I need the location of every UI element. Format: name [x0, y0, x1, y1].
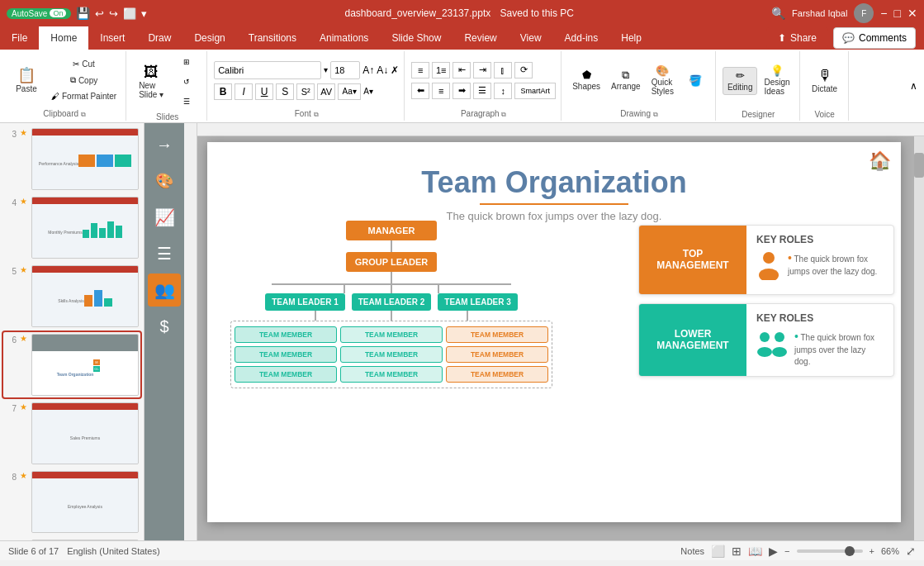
align-center-button[interactable]: ≡: [432, 83, 450, 99]
manager-box[interactable]: MANAGER: [346, 221, 437, 240]
zoom-thumb[interactable]: [845, 546, 855, 556]
strikethrough-button[interactable]: S: [276, 83, 294, 100]
slide-thumb-3[interactable]: 3 ★ Performance Analysis: [3, 126, 140, 192]
member-1-2[interactable]: TEAM MEMBER: [340, 326, 443, 343]
present-icon[interactable]: ⬜: [123, 7, 136, 20]
cut-button[interactable]: ✂ Cut: [47, 57, 121, 71]
font-family-input[interactable]: [214, 61, 321, 79]
member-2-3[interactable]: TEAM MEMBER: [446, 346, 548, 363]
minimize-btn[interactable]: −: [880, 7, 887, 20]
tool-dollar[interactable]: $: [148, 310, 181, 343]
scroll-bar-right[interactable]: [914, 136, 924, 540]
member-2-2[interactable]: TEAM MEMBER: [340, 346, 443, 363]
zoom-out-icon[interactable]: −: [784, 546, 789, 556]
search-icon[interactable]: 🔍: [771, 7, 785, 20]
team-leader-2-box[interactable]: TEAM LEADER 2: [352, 293, 432, 311]
increase-indent-button[interactable]: ⇥: [473, 62, 491, 78]
autosave-state[interactable]: On: [50, 9, 66, 17]
font-size-up-icon[interactable]: A↑: [362, 64, 374, 76]
zoom-slider[interactable]: [797, 549, 863, 553]
tab-home[interactable]: Home: [39, 26, 88, 50]
tab-view[interactable]: View: [509, 26, 553, 50]
tab-review[interactable]: Review: [453, 26, 508, 50]
slide-thumb-5[interactable]: 5 ★ Skills Analysis: [3, 264, 140, 329]
comments-button[interactable]: 💬 Comments: [833, 27, 916, 49]
font-dropdown-icon[interactable]: ▾: [324, 65, 328, 74]
fit-slide-icon[interactable]: ⤢: [906, 545, 916, 558]
view-normal-icon[interactable]: ⬜: [711, 545, 725, 558]
member-3-3[interactable]: TEAM MEMBER: [446, 366, 548, 383]
member-1-1[interactable]: TEAM MEMBER: [235, 326, 337, 343]
decrease-indent-button[interactable]: ⇤: [453, 62, 471, 78]
ribbon-collapse[interactable]: ∧: [910, 51, 921, 121]
group-leader-box[interactable]: GROUP LEADER: [346, 252, 437, 272]
arrange-button[interactable]: ⧉ Arrange: [607, 67, 645, 93]
italic-button[interactable]: I: [235, 83, 253, 100]
maximize-btn[interactable]: □: [894, 7, 901, 20]
tool-arrow[interactable]: →: [148, 128, 181, 161]
share-button[interactable]: ⬆ Share: [766, 27, 828, 49]
tab-file[interactable]: File: [0, 26, 39, 50]
member-2-1[interactable]: TEAM MEMBER: [235, 346, 337, 363]
slide-thumb-4[interactable]: 4 ★ Monthly Premiums: [3, 195, 140, 260]
autosave-toggle[interactable]: AutoSave On: [7, 8, 71, 19]
bold-button[interactable]: B: [214, 83, 232, 100]
member-3-2[interactable]: TEAM MEMBER: [340, 366, 443, 383]
clear-format-icon[interactable]: ✗: [391, 64, 399, 76]
slide-thumb-7[interactable]: 7 ★ Sales Premiums: [3, 401, 140, 466]
scroll-thumb-right[interactable]: [914, 153, 924, 178]
align-right-button[interactable]: ➡: [453, 83, 471, 99]
copy-button[interactable]: ⧉ Copy: [47, 73, 121, 88]
justify-button[interactable]: ☰: [473, 83, 491, 99]
tab-addins[interactable]: Add-ins: [553, 26, 610, 50]
tab-insert[interactable]: Insert: [88, 26, 136, 50]
smart-art-button[interactable]: SmartArt: [514, 83, 556, 99]
undo-icon[interactable]: ↩: [95, 7, 104, 20]
slide-thumb-6[interactable]: 6 ★ Team Organization M GL: [3, 332, 140, 397]
format-painter-button[interactable]: 🖌 Format Painter: [47, 89, 121, 103]
member-1-3[interactable]: TEAM MEMBER: [446, 326, 548, 343]
zoom-in-icon[interactable]: +: [870, 546, 874, 556]
case-button[interactable]: Aa▾: [338, 83, 361, 100]
underline-button[interactable]: U: [255, 83, 273, 100]
tool-people[interactable]: 👥: [148, 273, 181, 307]
shadow-button[interactable]: S²: [296, 83, 315, 100]
team-leader-3-box[interactable]: TEAM LEADER 3: [438, 293, 518, 311]
tab-design[interactable]: Design: [182, 26, 236, 50]
font-color-btn[interactable]: A▾: [363, 87, 373, 96]
tool-list[interactable]: ☰: [148, 237, 181, 270]
home-icon[interactable]: 🏠: [869, 150, 891, 172]
team-leader-1-box[interactable]: TEAM LEADER 1: [265, 293, 345, 311]
save-icon[interactable]: 💾: [76, 7, 90, 20]
slide-thumb-8[interactable]: 8 ★ Employee Analysis: [3, 469, 140, 535]
columns-button[interactable]: ⫿: [494, 62, 512, 78]
font-size-down-icon[interactable]: A↓: [377, 64, 388, 76]
bullets-button[interactable]: ≡: [411, 62, 429, 78]
view-slide-sorter-icon[interactable]: ⊞: [732, 545, 742, 558]
design-ideas-button[interactable]: 💡 DesignIdeas: [760, 63, 794, 98]
line-spacing-button[interactable]: ↕: [494, 83, 512, 99]
slide-thumb-9[interactable]: 9: [3, 538, 140, 540]
layout-button[interactable]: ⊞: [172, 53, 201, 71]
notes-button[interactable]: Notes: [680, 546, 704, 556]
char-spacing-button[interactable]: AV: [317, 83, 335, 100]
view-reading-icon[interactable]: 📖: [748, 545, 762, 558]
view-slideshow-icon[interactable]: ▶: [769, 545, 778, 558]
font-size-input[interactable]: [330, 61, 360, 79]
text-direction-button[interactable]: ⟳: [514, 62, 533, 78]
quick-styles-button[interactable]: 🎨 QuickStyles: [647, 63, 678, 98]
new-slide-button[interactable]: 🖼 NewSlide ▾: [133, 61, 169, 102]
shapes-button[interactable]: ⬟ Shapes: [568, 67, 604, 93]
zoom-level[interactable]: 66%: [881, 546, 899, 556]
editing-button[interactable]: ✏ Editing: [723, 67, 758, 95]
dictate-button[interactable]: 🎙 Dictate: [807, 64, 843, 97]
tool-chart[interactable]: 📈: [148, 201, 181, 234]
tab-draw[interactable]: Draw: [136, 26, 182, 50]
close-btn[interactable]: ✕: [907, 7, 917, 20]
ribbon-collapse-icon[interactable]: ∧: [910, 80, 917, 92]
tab-animations[interactable]: Animations: [308, 26, 380, 50]
member-3-1[interactable]: TEAM MEMBER: [235, 366, 337, 383]
tab-help[interactable]: Help: [609, 26, 653, 50]
align-left-button[interactable]: ⬅: [411, 83, 429, 99]
shape-fill-button[interactable]: 🪣: [680, 73, 710, 88]
